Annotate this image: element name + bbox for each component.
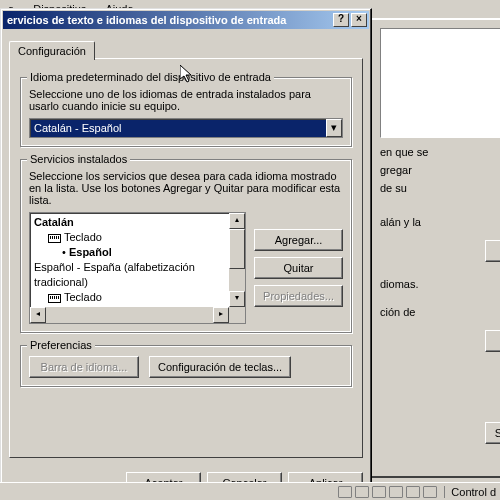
horizontal-scrollbar[interactable]: ◂ ▸ [30, 307, 229, 323]
taskbar: Control d [0, 482, 500, 500]
tray-icon[interactable] [406, 486, 420, 498]
installed-services-group: Servicios instalados Seleccione los serv… [20, 159, 352, 333]
bg-text: en que se [380, 146, 500, 158]
group-legend: Preferencias [27, 339, 95, 351]
tray-icon[interactable] [338, 486, 352, 498]
details-button[interactable]: Detalle [485, 330, 500, 352]
list-item[interactable]: Español [69, 246, 112, 258]
remove-button[interactable]: Quitar [254, 257, 343, 279]
background-window: en que se gregar de su alán y la Persona… [370, 18, 500, 478]
scroll-thumb[interactable] [229, 229, 245, 269]
window-title: ervicios de texto e idiomas del disposit… [5, 14, 331, 26]
list-item[interactable]: Español - España (alfabetización tradici… [34, 260, 241, 290]
list-item[interactable]: Teclado [64, 231, 102, 243]
group-description: Seleccione los servicios que desea para … [29, 170, 343, 206]
close-button[interactable]: × [351, 13, 367, 27]
bg-text: diomas. [380, 278, 500, 290]
chevron-down-icon[interactable]: ▾ [326, 119, 342, 137]
tab-configuration[interactable]: Configuración [9, 41, 95, 60]
tray-icon[interactable] [372, 486, 386, 498]
tray-icon[interactable] [423, 486, 437, 498]
default-language-group: Idioma predeterminado del dispositivo de… [20, 77, 352, 147]
properties-button: Propiedades... [254, 285, 343, 307]
list-item[interactable]: Teclado [64, 291, 102, 303]
tray-icon[interactable] [389, 486, 403, 498]
keyboard-icon [48, 294, 61, 303]
taskbar-label: Control d [444, 486, 496, 498]
preferences-group: Preferencias Barra de idioma... Configur… [20, 345, 352, 387]
bg-text: gregar [380, 164, 500, 176]
bg-text: alán y la [380, 216, 500, 228]
scroll-right-icon[interactable]: ▸ [213, 307, 229, 323]
group-legend: Servicios instalados [27, 153, 130, 165]
bg-text: de su [380, 182, 500, 194]
combo-value: Catalán - Español [30, 122, 326, 134]
tab-panel: Idioma predeterminado del dispositivo de… [9, 58, 363, 458]
scroll-down-icon[interactable]: ▾ [229, 291, 245, 307]
next-button[interactable]: Siguiente > [485, 422, 500, 444]
default-language-combo[interactable]: Catalán - Español ▾ [29, 118, 343, 138]
add-button[interactable]: Agregar... [254, 229, 343, 251]
services-listbox[interactable]: Catalán Teclado • Español Español - Espa… [29, 212, 246, 324]
background-panel [380, 28, 500, 138]
personalize-button[interactable]: Personali [485, 240, 500, 262]
group-description: Seleccione uno de los idiomas de entrada… [29, 88, 343, 112]
titlebar[interactable]: ervicios de texto e idiomas del disposit… [3, 11, 369, 29]
vertical-scrollbar[interactable]: ▴ ▾ [229, 213, 245, 323]
help-button[interactable]: ? [333, 13, 349, 27]
bg-text: ción de [380, 306, 500, 318]
list-item[interactable]: Catalán [34, 216, 74, 228]
language-bar-button: Barra de idioma... [29, 356, 139, 378]
group-legend: Idioma predeterminado del dispositivo de… [27, 71, 274, 83]
keyboard-icon [48, 234, 61, 243]
key-settings-button[interactable]: Configuración de teclas... [149, 356, 291, 378]
tray-icon[interactable] [355, 486, 369, 498]
scroll-left-icon[interactable]: ◂ [30, 307, 46, 323]
scroll-up-icon[interactable]: ▴ [229, 213, 245, 229]
